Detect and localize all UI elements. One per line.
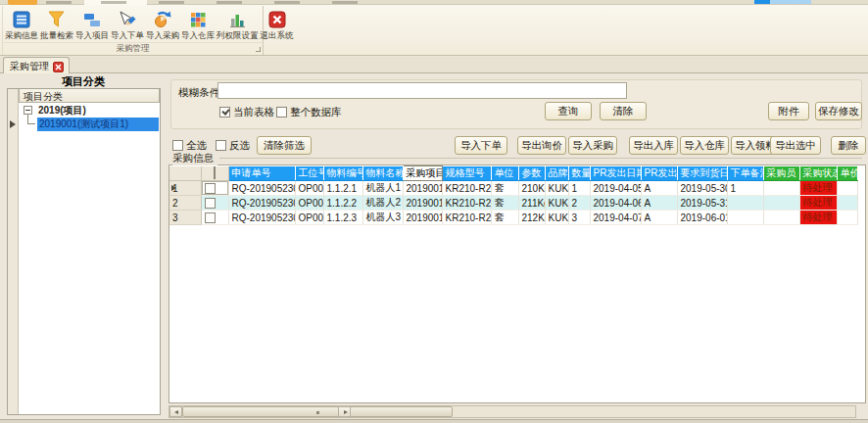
- grid-cell-price[interactable]: [837, 181, 857, 196]
- ribbon-button-import-purchase[interactable]: 导入采购: [145, 7, 180, 43]
- export-inquiry-button[interactable]: 导出询价: [517, 136, 566, 155]
- ribbon-tab-fragment[interactable]: [332, 1, 358, 4]
- ribbon-button-purchase-info[interactable]: 采购信息: [4, 7, 39, 43]
- save-changes-button[interactable]: 保存修改: [815, 102, 862, 120]
- checkbox-unchecked-icon[interactable]: [216, 140, 226, 151]
- col-header-station_no[interactable]: 工位号: [295, 166, 323, 181]
- grid-cell-material_name[interactable]: 机器人3: [362, 211, 403, 225]
- col-header-material_no[interactable]: 物料编号: [323, 166, 362, 181]
- grid-cell-pr_sender[interactable]: A: [641, 196, 677, 211]
- ribbon-button-column-permission[interactable]: 列权限设置: [216, 7, 260, 43]
- grid-cell-unit[interactable]: 套: [491, 181, 518, 196]
- grid-cell-brand[interactable]: KUKA: [545, 211, 568, 225]
- grid-cell-order_note[interactable]: 1: [727, 181, 763, 196]
- grid-cell-buyer[interactable]: [763, 196, 799, 211]
- grid-cell-price[interactable]: [837, 196, 857, 211]
- row-indicator-cell[interactable]: 2: [169, 196, 201, 211]
- col-header-unit[interactable]: 单位: [491, 166, 518, 181]
- col-header-buyer[interactable]: 采购员: [763, 166, 799, 181]
- grid-cell-brand[interactable]: KUKA: [545, 196, 568, 211]
- table-row[interactable]: 3RQ-201905230003OP00121.1.2.3机器人32019001…: [169, 211, 857, 225]
- grid-cell-pr_date[interactable]: 2019-04-06: [590, 196, 641, 211]
- export-inbound-button[interactable]: 导出入库: [629, 136, 678, 155]
- row-checkbox-cell[interactable]: [201, 211, 228, 225]
- grid-cell-material_no[interactable]: 1.1.2.1: [323, 181, 362, 196]
- grid-cell-req_date[interactable]: 2019-05-31: [677, 196, 727, 211]
- ribbon-button-import-project[interactable]: 导入项目: [74, 7, 110, 43]
- grid-cell-buyer[interactable]: [763, 211, 799, 225]
- grid-cell-brand[interactable]: KUKA: [545, 181, 568, 196]
- ribbon-tab-fragment[interactable]: [46, 1, 72, 4]
- grid-cell-project[interactable]: 2019001: [403, 196, 442, 211]
- grid-cell-pr_sender[interactable]: A: [641, 181, 677, 196]
- ribbon-tab-fragment[interactable]: [274, 1, 300, 4]
- ribbon-tab-fragment[interactable]: [159, 1, 184, 4]
- attachment-button[interactable]: 附件: [768, 102, 809, 120]
- grid-cell-spec[interactable]: KR210-R2700: [442, 181, 491, 196]
- grid-cell-req_date[interactable]: 2019-06-01: [677, 211, 727, 225]
- col-header-pr_sender[interactable]: PR发出者: [641, 166, 677, 181]
- export-selected-button[interactable]: 导出选中: [770, 136, 821, 155]
- grid-cell-buyer[interactable]: [763, 181, 799, 196]
- col-header-brand[interactable]: 品牌: [545, 166, 568, 181]
- query-button[interactable]: 查询: [545, 102, 592, 120]
- col-header-req_date[interactable]: 要求到货日期: [677, 166, 727, 181]
- col-header-price[interactable]: 单价: [837, 166, 857, 181]
- ribbon-button-import-warehouse[interactable]: 导入仓库: [180, 7, 216, 43]
- col-header-spec[interactable]: 规格型号: [442, 166, 491, 181]
- grid-cell-param[interactable]: 212Kg: [518, 211, 545, 225]
- checkbox-select-all[interactable]: 全选: [172, 139, 207, 152]
- checkbox-checked-icon[interactable]: [219, 107, 230, 118]
- grid-cell-station_no[interactable]: OP0010: [295, 181, 323, 196]
- col-header-param[interactable]: 参数: [518, 166, 545, 181]
- row-indicator-cell[interactable]: 1: [169, 181, 201, 196]
- col-header-pr_date[interactable]: PR发出日期: [590, 166, 641, 181]
- checkbox-unchecked-icon[interactable]: [172, 140, 183, 151]
- grid-cell-project[interactable]: 2019001: [403, 181, 442, 196]
- scroll-left-arrow-icon[interactable]: [169, 406, 182, 417]
- grid-cell-apply_no[interactable]: RQ-201905230002: [228, 196, 295, 211]
- checkbox-unchecked-icon[interactable]: [205, 198, 216, 209]
- grid-cell-param[interactable]: 210Kg: [518, 181, 545, 196]
- group-dialog-launcher-icon[interactable]: [256, 47, 261, 52]
- grid-cell-apply_no[interactable]: RQ-201905230001: [228, 181, 295, 196]
- scrollbar-thumb[interactable]: [182, 406, 453, 417]
- delete-button[interactable]: 删除: [831, 136, 866, 155]
- checkbox-unchecked-icon[interactable]: [205, 183, 216, 194]
- scroll-right-arrow-icon[interactable]: [338, 406, 351, 417]
- col-header-status[interactable]: 采购状态: [799, 166, 837, 181]
- status-badge[interactable]: 待处理: [799, 211, 837, 225]
- select-all-column-header[interactable]: [201, 166, 228, 181]
- checkbox-whole-database[interactable]: 整个数据库: [276, 106, 342, 118]
- grid-cell-unit[interactable]: 套: [491, 211, 518, 225]
- grid-cell-station_no[interactable]: OP0011: [295, 196, 323, 211]
- import-warehouse-button[interactable]: 导入仓库: [680, 136, 729, 155]
- grid-cell-qty[interactable]: 3: [568, 211, 590, 225]
- grid-cell-qty[interactable]: 1: [568, 181, 590, 196]
- tree-node-label-selected[interactable]: 2019001(测试项目1): [37, 118, 159, 131]
- grid-cell-material_no[interactable]: 1.1.2.2: [323, 196, 362, 211]
- grid-cell-price[interactable]: [837, 211, 857, 225]
- grid-cell-unit[interactable]: 套: [491, 196, 518, 211]
- ribbon-button-exit-system[interactable]: 退出系统: [260, 7, 295, 43]
- col-header-qty[interactable]: 数量: [568, 166, 590, 181]
- grid-cell-order_note[interactable]: [727, 211, 763, 225]
- grid-cell-param[interactable]: 211Kg: [518, 196, 545, 211]
- ribbon-tab-fragment[interactable]: [217, 1, 242, 4]
- grid-cell-station_no[interactable]: OP0012: [295, 211, 323, 225]
- grid-cell-pr_date[interactable]: 2019-04-05: [590, 181, 641, 196]
- close-icon[interactable]: [53, 62, 64, 72]
- grid-cell-req_date[interactable]: 2019-05-30: [677, 181, 727, 196]
- grid-cell-spec[interactable]: KR210-R2702: [442, 211, 491, 225]
- grid-cell-pr_sender[interactable]: A: [641, 211, 677, 225]
- tree-node-2019[interactable]: 2019(项目): [19, 104, 160, 118]
- grid-cell-order_note[interactable]: [727, 196, 763, 211]
- checkbox-unchecked-icon[interactable]: [214, 166, 216, 179]
- checkbox-current-table[interactable]: 当前表格: [219, 106, 274, 118]
- horizontal-scrollbar[interactable]: [169, 405, 856, 418]
- col-header-order_note[interactable]: 下单备注: [727, 166, 763, 181]
- grid-cell-spec[interactable]: KR210-R2701: [442, 196, 491, 211]
- grid-cell-pr_date[interactable]: 2019-04-07: [590, 211, 641, 225]
- grid-cell-project[interactable]: 2019001: [403, 211, 442, 225]
- ribbon-button-import-order[interactable]: 导入下单: [110, 7, 145, 43]
